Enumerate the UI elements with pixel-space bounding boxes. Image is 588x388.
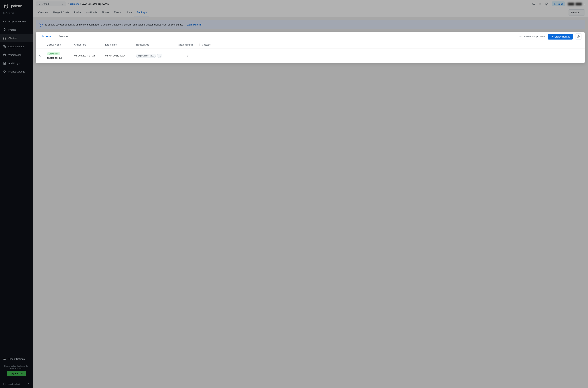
user-section[interactable]: ████ ████ [568,3,585,5]
tab-scan[interactable]: Scan [124,8,134,17]
svg-point-15 [545,3,548,5]
nav-label: Project Overview [8,20,26,23]
footer-brand: spectro cloud [0,380,33,388]
main-content: Default / Clusters / aws-cluster-updates… [33,0,588,388]
tab-nodes[interactable]: Nodes [100,8,112,17]
backup-name: cluster-backup [47,56,70,59]
chart-icon [3,20,6,23]
tab-backups[interactable]: Backups [134,8,149,17]
svg-point-10 [4,358,4,359]
layers-icon [3,28,6,31]
breadcrumb-clusters-link[interactable]: Clusters [70,2,79,5]
status-badge: Completed [47,52,60,55]
row-namespaces: capi-webhook-s... ... [134,54,176,58]
user-handle: ████ [576,3,582,5]
scheduled-text: Scheduled backups: Never [519,35,545,38]
nav-audit-logs[interactable]: Audit Logs [0,59,33,67]
tab-overview[interactable]: Overview [36,8,51,17]
link-text: Learn More [186,23,198,26]
gear-icon [3,70,6,73]
chevron-down-icon [581,12,582,13]
nav-project-settings[interactable]: Project Settings [0,67,33,76]
breadcrumb-current: aws-cluster-updates [82,2,109,5]
th-icon [36,44,45,46]
nav-items: Project Overview Profiles Clusters Clust… [0,17,33,353]
chat-icon[interactable] [532,2,536,6]
bug-icon[interactable] [539,2,542,6]
table-row[interactable]: Completed cluster-backup 04 Dec 2024, 14… [36,48,585,63]
nav-profiles[interactable]: Profiles [0,25,33,34]
nav-workspaces[interactable]: Workspaces [0,51,33,59]
clock-icon [577,35,580,38]
nav-clusters[interactable]: Clusters [0,34,33,42]
info-icon: i [39,23,43,26]
svg-point-9 [4,71,5,72]
rotate-icon [39,54,42,57]
schedule-button[interactable] [575,33,581,40]
nav-tenant-settings[interactable]: Tenant Settings [3,355,30,363]
tab-profile[interactable]: Profile [71,8,83,17]
book-icon [554,3,556,5]
svg-rect-1 [5,37,6,38]
breadcrumb-sep: / [68,2,69,5]
panel-actions: Scheduled backups: Never Create Backup [519,33,581,40]
sidebar-bottom: Tenant Settings Start small and only pay… [0,353,33,380]
th-restores: Restores made [176,44,200,46]
collapse-sidebar-icon[interactable] [27,383,30,386]
nav-label: Clusters [8,37,17,40]
panel-tabs: Backups Restores Scheduled backups: Neve… [36,32,585,41]
svg-point-7 [4,54,5,55]
project-name: Default [42,2,49,5]
svg-rect-0 [3,37,4,38]
namespace-more-chip[interactable]: ... [157,54,162,58]
tab-workloads[interactable]: Workloads [83,8,100,17]
th-create-time: Create Time [72,44,103,46]
row-restore-icon[interactable] [36,54,45,57]
panel-tab-restores[interactable]: Restores [56,32,70,41]
nav-label: Profiles [8,28,16,31]
svg-point-6 [3,54,6,56]
learn-more-link[interactable]: Learn More [186,23,201,26]
docs-button[interactable]: Docs [552,1,565,6]
th-expiry-time: Expiry Time [103,44,134,46]
upgrade-text: Start small and only pay for what you us… [3,365,30,369]
tab-usage-costs[interactable]: Usage & Costs [51,8,71,17]
cluster-settings-button[interactable]: Settings [568,9,585,16]
nav-project-overview[interactable]: Project Overview [0,17,33,25]
docs-label: Docs [557,2,563,5]
brand-name: palette [11,4,22,8]
svg-rect-3 [5,38,6,39]
row-name-cell: Completed cluster-backup [45,52,72,59]
panel-tab-backups[interactable]: Backups [39,32,53,41]
group-icon [3,45,6,48]
target-icon [3,53,6,56]
svg-point-12 [4,359,5,360]
table-header: Backup Name Create Time Expiry Time Name… [36,41,585,48]
chevron-down-icon [62,3,64,5]
svg-point-8 [4,63,5,64]
chevron-down-icon [583,3,585,5]
svg-rect-2 [3,38,4,39]
compass-icon[interactable] [545,2,549,6]
settings-label: Settings [571,11,579,14]
create-label: Create Backup [555,35,570,38]
nav-label: Audit Logs [8,62,20,65]
user-name: ████ [568,3,574,5]
nav-label: Cluster Groups [8,45,24,48]
content-area: i To ensure successful backup and restor… [33,17,588,388]
create-backup-button[interactable]: Create Backup [548,34,573,40]
breadcrumb: / Clusters / aws-cluster-updates [68,2,109,5]
palette-logo-icon [3,3,9,9]
svg-point-14 [540,3,541,5]
tab-events[interactable]: Events [112,8,124,17]
upgrade-button[interactable]: Upgrade now [7,371,26,376]
breadcrumb-sep: / [80,2,81,5]
nav-label: Workspaces [8,53,21,56]
namespace-chip: capi-webhook-s... [136,54,156,58]
nav-cluster-groups[interactable]: Cluster Groups [0,42,33,51]
nav-label: Project Settings [8,70,25,73]
upgrade-section: Start small and only pay for what you us… [3,363,30,378]
project-selector[interactable]: Default [36,1,66,6]
header: Default / Clusters / aws-cluster-updates… [33,0,588,8]
svg-point-11 [5,359,5,359]
